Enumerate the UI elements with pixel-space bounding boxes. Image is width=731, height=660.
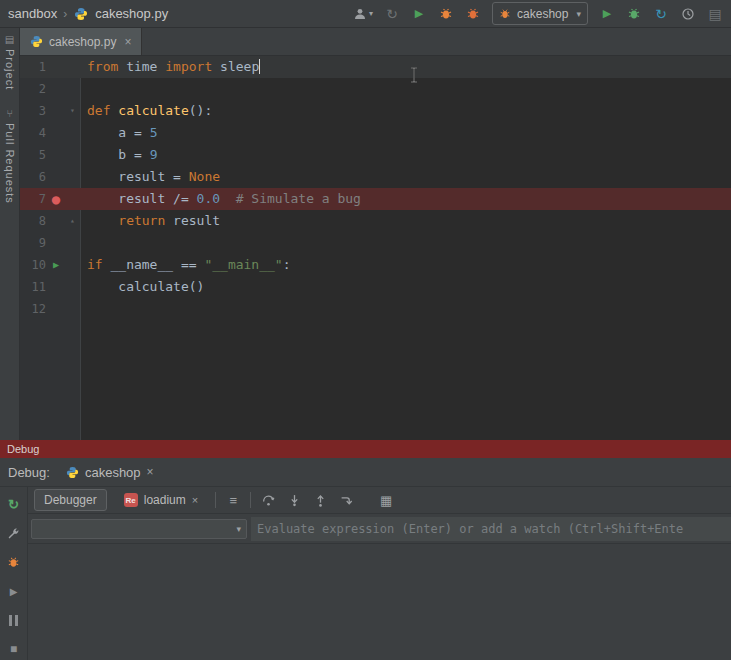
breadcrumb-file[interactable]: cakeshop.py [95, 6, 168, 21]
run-configuration-select[interactable]: cakeshop ▾ [492, 2, 588, 25]
code-text[interactable]: def calculate(): [81, 100, 731, 122]
code-text[interactable]: result = None [81, 166, 731, 188]
code-text[interactable]: from time import sleep [81, 56, 731, 78]
editor-tabbar: cakeshop.py × [20, 28, 731, 56]
tool-button-pull-requests[interactable]: ⑂ Pull Requests [4, 108, 16, 204]
evaluate-expression-input[interactable] [251, 517, 731, 541]
debug-session-tab-label: cakeshop [85, 465, 141, 480]
chevron-down-icon: ▾ [576, 9, 581, 19]
code-text[interactable]: return result [81, 210, 731, 232]
code-text[interactable]: calculate() [81, 276, 731, 298]
fold-down-icon[interactable]: ▾ [66, 100, 79, 122]
rerun-debug-icon[interactable]: ↻ [5, 495, 23, 513]
debug-session-tab-cakeshop[interactable]: cakeshop × [60, 463, 160, 482]
settings-wrench-icon[interactable] [5, 524, 23, 542]
grid-layout-icon[interactable]: ▦ [377, 491, 395, 509]
python-file-icon [30, 35, 43, 48]
tool-windows-icon[interactable]: ▤ [707, 6, 723, 22]
breadcrumb-separator-icon: › [63, 7, 67, 21]
tab-loadium[interactable]: Re loadium × [115, 490, 207, 510]
fold-up-icon[interactable]: ▴ [66, 210, 79, 232]
code-text[interactable]: if __name__ == "__main__": [81, 254, 731, 276]
debug-header-title: Debug [7, 443, 39, 455]
close-icon[interactable]: × [147, 465, 154, 479]
line-number: 7 [20, 188, 46, 210]
code-line-5[interactable]: 5 b = 9 [20, 144, 731, 166]
run-button[interactable]: ▶ [411, 6, 427, 22]
run-to-cursor-icon[interactable] [337, 491, 355, 509]
resume-icon[interactable]: ▶ [5, 582, 23, 600]
line-number: 5 [20, 144, 46, 166]
line-number: 2 [20, 78, 46, 100]
debug-left-toolbar: ↻ ▶ ■ [0, 487, 28, 660]
code-line-8[interactable]: 8▴ return result [20, 210, 731, 232]
bug-icon[interactable] [5, 553, 23, 571]
pull-request-icon: ⑂ [7, 108, 13, 119]
step-out-icon[interactable] [311, 491, 329, 509]
titlebar: sandbox › cakeshop.py ▾ ↻ ▶ cakeshop ▾ [0, 0, 731, 28]
run-config-play-button[interactable]: ▶ [599, 6, 615, 22]
line-number: 11 [20, 276, 46, 298]
code-line-2[interactable]: 2 [20, 78, 731, 100]
text-caret [259, 59, 260, 74]
code-line-6[interactable]: 6 result = None [20, 166, 731, 188]
run-line-icon[interactable]: ▶ [46, 254, 66, 276]
code-line-7[interactable]: 7● result /= 0.0 # Simulate a bug [20, 188, 731, 210]
editor-tab-label: cakeshop.py [49, 35, 116, 49]
debug-tabs-row: Debugger Re loadium × ≡ ▦ [28, 487, 731, 514]
coverage-restart-icon[interactable]: ↻ [653, 6, 669, 22]
code-text[interactable] [81, 232, 731, 254]
step-over-icon[interactable] [259, 491, 277, 509]
code-line-4[interactable]: 4 a = 5 [20, 122, 731, 144]
sync-icon[interactable]: ↻ [384, 6, 400, 22]
code-line-3[interactable]: 3▾def calculate(): [20, 100, 731, 122]
python-file-icon [73, 6, 89, 22]
line-number: 6 [20, 166, 46, 188]
pause-icon[interactable] [5, 611, 23, 629]
debug-bug-icon-1[interactable] [438, 6, 454, 22]
debug-panel: Debug: cakeshop × ↻ ▶ ■ Debugger Re load… [0, 458, 731, 660]
close-icon[interactable]: × [124, 35, 131, 49]
breakpoint-icon[interactable]: ● [46, 188, 66, 210]
code-line-10[interactable]: 10▶if __name__ == "__main__": [20, 254, 731, 276]
debug-bug-icon-2[interactable] [465, 6, 481, 22]
close-icon[interactable]: × [192, 494, 198, 506]
user-account-button[interactable]: ▾ [352, 6, 373, 22]
code-text[interactable] [81, 298, 731, 320]
code-text[interactable] [81, 78, 731, 100]
folder-icon: ▤ [5, 34, 14, 45]
separator [250, 492, 251, 508]
loadium-badge-icon: Re [124, 493, 138, 507]
menu-icon[interactable]: ≡ [224, 491, 242, 509]
chevron-down-icon: ▾ [369, 9, 373, 18]
code-editor[interactable]: 1from time import sleep23▾def calculate(… [20, 56, 731, 440]
step-into-icon[interactable] [285, 491, 303, 509]
debug-button[interactable] [626, 6, 642, 22]
line-number: 8 [20, 210, 46, 232]
frames-select[interactable]: ▾ [31, 519, 247, 539]
tool-button-project[interactable]: ▤ Project [4, 34, 16, 90]
debug-toolwindow-header[interactable]: Debug [0, 440, 731, 458]
code-text[interactable]: b = 9 [81, 144, 731, 166]
code-line-1[interactable]: 1from time import sleep [20, 56, 731, 78]
line-number: 9 [20, 232, 46, 254]
code-line-9[interactable]: 9 [20, 232, 731, 254]
editor-tab-cakeshop[interactable]: cakeshop.py × [20, 28, 142, 55]
breadcrumb-project[interactable]: sandbox [8, 6, 57, 21]
project-stripe-label: Project [4, 49, 16, 90]
breadcrumb: sandbox › cakeshop.py [8, 6, 168, 22]
debug-session-label: Debug: [8, 465, 50, 480]
debug-session-row: Debug: cakeshop × [0, 458, 731, 487]
profiler-clock-icon[interactable] [680, 6, 696, 22]
code-area[interactable]: 1from time import sleep23▾def calculate(… [20, 56, 731, 320]
code-text[interactable]: result /= 0.0 # Simulate a bug [81, 188, 731, 210]
left-tool-stripe: ▤ Project ⑂ Pull Requests [0, 28, 20, 440]
line-number: 12 [20, 298, 46, 320]
code-text[interactable]: a = 5 [81, 122, 731, 144]
code-line-12[interactable]: 12 [20, 298, 731, 320]
line-number: 1 [20, 56, 46, 78]
main-toolbar: ▾ ↻ ▶ cakeshop ▾ ▶ ↻ ▤ [352, 2, 723, 25]
stop-icon[interactable]: ■ [5, 640, 23, 658]
code-line-11[interactable]: 11 calculate() [20, 276, 731, 298]
tab-debugger[interactable]: Debugger [34, 489, 107, 511]
